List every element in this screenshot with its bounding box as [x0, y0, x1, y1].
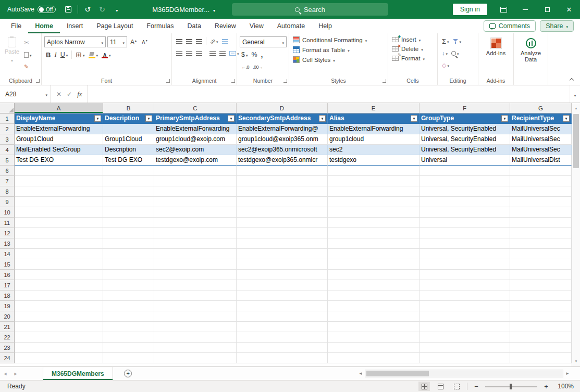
- format-painter-button[interactable]: [22, 61, 33, 72]
- cell[interactable]: [328, 353, 419, 363]
- cell[interactable]: [103, 166, 154, 176]
- cell[interactable]: MailUniversalSec: [510, 145, 572, 155]
- cell[interactable]: [154, 290, 237, 301]
- cell[interactable]: [154, 228, 237, 238]
- cell[interactable]: sec2: [328, 145, 419, 155]
- row-header-23[interactable]: 23: [0, 343, 15, 353]
- customize-toolbar-button[interactable]: [109, 0, 124, 19]
- cell[interactable]: [103, 259, 154, 270]
- cell[interactable]: [154, 197, 237, 207]
- cell[interactable]: [510, 353, 572, 363]
- table-header-cell[interactable]: RecipientType▾: [510, 113, 572, 124]
- cell[interactable]: [510, 280, 572, 290]
- row-header-24[interactable]: 24: [0, 353, 15, 363]
- cell[interactable]: Universal, SecurityEnabled: [419, 134, 510, 145]
- cell[interactable]: [419, 218, 510, 228]
- cell[interactable]: [154, 332, 237, 343]
- cell[interactable]: [237, 249, 328, 259]
- cell[interactable]: [103, 238, 154, 249]
- cell[interactable]: group1cloud: [328, 134, 419, 145]
- cell[interactable]: [154, 322, 237, 332]
- increase-indent-button[interactable]: [218, 48, 227, 58]
- cell[interactable]: [103, 186, 154, 197]
- italic-button[interactable]: [53, 49, 58, 60]
- page-layout-view-button[interactable]: [435, 382, 446, 391]
- column-header-A[interactable]: A: [15, 103, 103, 113]
- cell[interactable]: [103, 176, 154, 186]
- undo-button[interactable]: ↺: [80, 0, 95, 19]
- cell[interactable]: [15, 290, 103, 301]
- number-format-select[interactable]: General: [240, 36, 287, 47]
- sort-filter-button[interactable]: [451, 36, 463, 46]
- cell[interactable]: [103, 228, 154, 238]
- row-header-18[interactable]: 18: [0, 290, 15, 301]
- cell[interactable]: Group1Cloud: [15, 134, 103, 145]
- cell[interactable]: [103, 280, 154, 290]
- align-middle-button[interactable]: [184, 36, 194, 46]
- accounting-format-button[interactable]: [240, 49, 249, 60]
- format-cells-button[interactable]: Format: [390, 54, 427, 63]
- cell[interactable]: [419, 343, 510, 353]
- cell[interactable]: [328, 166, 419, 176]
- cell[interactable]: [154, 301, 237, 311]
- increase-decimal-button[interactable]: [240, 61, 251, 72]
- formula-input[interactable]: [88, 85, 570, 103]
- row-header-19[interactable]: 19: [0, 301, 15, 311]
- cell[interactable]: [154, 343, 237, 353]
- underline-button[interactable]: [59, 49, 70, 60]
- horizontal-scroll-thumb[interactable]: [366, 371, 429, 376]
- cell[interactable]: [103, 311, 154, 322]
- cell[interactable]: [328, 311, 419, 322]
- row-header-12[interactable]: 12: [0, 228, 15, 238]
- cell[interactable]: [237, 332, 328, 343]
- cell[interactable]: [15, 259, 103, 270]
- row-header-16[interactable]: 16: [0, 270, 15, 280]
- filter-dropdown-button[interactable]: ▾: [319, 115, 326, 122]
- cell[interactable]: [419, 207, 510, 218]
- cell[interactable]: [15, 238, 103, 249]
- page-break-view-button[interactable]: [451, 382, 462, 391]
- cell[interactable]: [154, 186, 237, 197]
- cell[interactable]: [510, 270, 572, 280]
- font-name-select[interactable]: Aptos Narrow: [44, 36, 106, 47]
- comments-button[interactable]: Comments: [484, 20, 536, 32]
- bold-button[interactable]: [44, 49, 52, 60]
- cell[interactable]: [154, 238, 237, 249]
- maximize-button[interactable]: [536, 0, 558, 19]
- cell[interactable]: Description: [103, 145, 154, 155]
- cell[interactable]: [15, 332, 103, 343]
- cell[interactable]: [15, 270, 103, 280]
- cell[interactable]: [328, 259, 419, 270]
- previous-sheet-button[interactable]: ◄: [0, 367, 10, 380]
- row-header-10[interactable]: 10: [0, 207, 15, 218]
- cell[interactable]: [237, 290, 328, 301]
- cell[interactable]: Universal: [419, 155, 510, 166]
- cell[interactable]: [510, 290, 572, 301]
- formula-bar-expand-button[interactable]: [570, 85, 580, 103]
- ribbon-display-options-button[interactable]: [492, 0, 514, 19]
- cell[interactable]: [328, 228, 419, 238]
- align-center-button[interactable]: [184, 48, 194, 58]
- cell[interactable]: testdgexo@exoip365.onmicr: [237, 155, 328, 166]
- zoom-out-button[interactable]: [472, 382, 480, 390]
- cell[interactable]: [15, 353, 103, 363]
- cell[interactable]: EnableExternalForwarding: [15, 124, 103, 134]
- zoom-slider[interactable]: [485, 386, 537, 387]
- cell[interactable]: [154, 176, 237, 186]
- cell[interactable]: [328, 176, 419, 186]
- cell[interactable]: [15, 301, 103, 311]
- column-header-C[interactable]: C: [154, 103, 237, 113]
- autosave-toggle[interactable]: AutoSave Off: [0, 6, 61, 13]
- cell[interactable]: [419, 186, 510, 197]
- cell[interactable]: [510, 301, 572, 311]
- dialog-launcher-icon[interactable]: [36, 79, 40, 83]
- cell[interactable]: [419, 301, 510, 311]
- cell[interactable]: Universal, SecurityEnabled: [419, 124, 510, 134]
- filter-dropdown-button[interactable]: ▾: [145, 115, 152, 122]
- cell[interactable]: [103, 322, 154, 332]
- collapse-ribbon-button[interactable]: [567, 76, 576, 82]
- cancel-icon[interactable]: ✕: [56, 91, 61, 98]
- redo-button[interactable]: ↻: [95, 0, 109, 19]
- cell[interactable]: [328, 301, 419, 311]
- cell[interactable]: group1cloud@exoip.com: [154, 134, 237, 145]
